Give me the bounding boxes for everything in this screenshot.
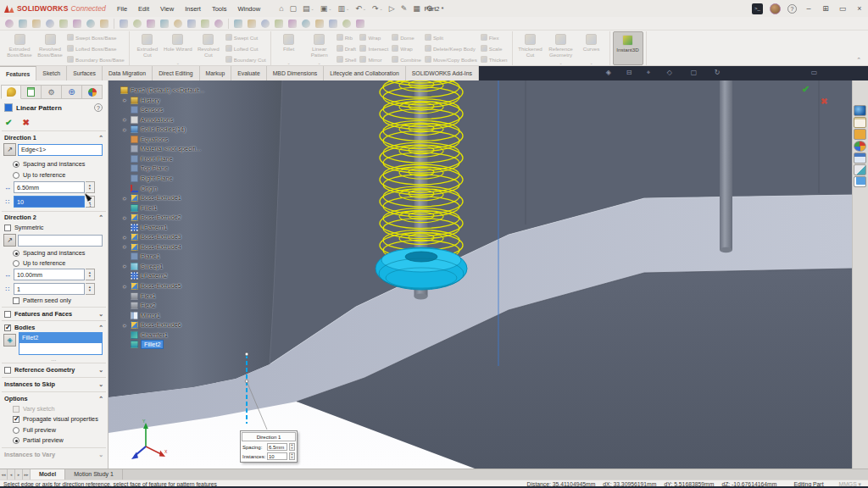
toolbar-icon[interactable] [19,19,27,28]
ribbon-button-combine[interactable]: Combine [392,54,421,64]
chevron-up-icon[interactable]: ⌃ [98,396,103,402]
tree-item-fillet1[interactable]: Fillet1 [112,203,157,213]
ribbon-button-linear-pattern[interactable]: Linear Pattern⌄ [304,31,335,65]
tab-cam[interactable] [82,85,103,99]
toolbar-icon[interactable] [234,19,242,28]
tab-dimxpert[interactable]: ⚙ [42,85,62,99]
tree-item-history[interactable]: ▸History [112,96,160,105]
menu-insert[interactable]: Insert [185,5,201,13]
tree-item-boss-extrude2[interactable]: ▸Boss-Extrude2 [112,213,181,222]
tab-scroll-last-icon[interactable]: ▸▸ [23,469,31,480]
catalog-icon[interactable] [854,129,866,140]
radio-icon[interactable] [13,427,19,434]
save-icon[interactable]: ▣⌄ [320,4,332,13]
spinner-icon[interactable]: ▴▾ [289,443,295,451]
ok-button[interactable]: ✔ [5,118,12,127]
model-tab-motion-study-1[interactable]: Motion Study 1 [65,469,123,480]
chevron-down-icon[interactable]: ⌄ [98,381,103,388]
hide-show-icon[interactable]: ▢ [691,69,698,76]
appearance-icon[interactable]: ▭ [811,69,818,76]
section-options[interactable]: Options⌃ [0,395,108,402]
spinner-icon[interactable]: ▴▾ [289,452,295,460]
tree-item-equations[interactable]: Equations [112,135,168,144]
tree-item-sweep1[interactable]: ▸Sweep1 [112,262,163,271]
tab-scroll-right-icon[interactable]: ▸ [15,469,23,480]
toolbar-icon[interactable] [342,19,351,28]
tree-item-chamfer1[interactable]: Chamfer1 [112,330,168,340]
chevron-up-icon[interactable]: ⌃ [98,135,103,141]
tree-item-plane1[interactable]: Plane1 [112,252,160,261]
list-resize-grip[interactable]: ⋯ [51,357,56,363]
home-icon[interactable]: ⌂ [279,4,283,13]
chevron-up-icon[interactable]: ⌃ [98,324,103,331]
tree-item-fillet2[interactable]: Fillet2 [112,340,164,349]
toolbar-icon[interactable] [147,19,155,28]
ribbon-button-fillet[interactable]: Fillet⌄ [274,31,304,65]
ribbon-button-lofted-cut[interactable]: Lofted Cut [225,43,266,53]
toolbar-icon[interactable] [100,19,108,28]
undo-icon[interactable]: ↶⌄ [355,4,366,13]
toolbar-icon[interactable] [187,19,196,28]
ribbon-button-instant3d[interactable]: Instant3D [613,31,643,65]
checkbox-icon[interactable] [13,297,19,304]
tree-item-front-plane[interactable]: Front Plane [112,154,173,164]
tab-property-manager[interactable] [1,85,21,99]
toolbar-icon[interactable] [261,19,270,28]
restore-button[interactable]: ▭ [837,4,848,13]
help-icon[interactable]: ? [787,4,797,14]
ribbon-button-mirror[interactable]: Mirror [359,54,388,64]
toolbar-icon[interactable] [288,19,297,28]
tab-markup[interactable]: Markup [200,66,232,80]
checkbox-icon[interactable] [4,225,11,231]
toolbar-icon[interactable] [329,19,337,28]
tree-item-sensors[interactable]: Sensors [112,105,164,114]
menu-edit[interactable]: Edit [138,5,149,13]
ribbon-button-draft[interactable]: Draft [337,43,357,53]
bodies-list[interactable]: Fillet2 [19,332,103,355]
checkbox-icon[interactable] [4,324,11,331]
tree-item-mirror1[interactable]: Mirror1 [112,311,160,320]
open-icon[interactable]: ▤⌄ [303,4,314,13]
ribbon-button-move-copy-bodies[interactable]: Move/Copy Bodies [425,54,477,64]
tab-surfaces[interactable]: Surfaces [67,66,103,80]
tab-features[interactable]: Features [0,66,36,80]
section-instances-to-skip[interactable]: Instances to Skip⌄ [0,380,108,388]
spacing-spinner[interactable]: ▴▾ [86,269,95,280]
ribbon-collapse-icon[interactable]: ⌃ [856,57,861,64]
ribbon-button-lofted-boss-base[interactable]: Lofted Boss/Base [67,43,125,53]
close-button[interactable]: × [854,4,865,13]
3dexperience-icon[interactable] [854,105,866,116]
direction-reference-icon[interactable]: ↗ [3,143,16,156]
chevron-up-icon[interactable]: ⌃ [98,214,103,221]
menu-tools[interactable]: Tools [212,5,227,13]
section-reference-geometry[interactable]: Reference Geometry⌄ [0,366,108,374]
zoom-fit-icon[interactable]: ◈ [606,69,611,76]
radio-icon[interactable] [13,260,19,267]
toolbar-icon[interactable] [275,19,283,28]
direction2-reference-field[interactable] [18,235,103,247]
radio-icon[interactable] [13,161,19,168]
tab-scroll-left-icon[interactable]: ◂ [8,469,15,480]
menu-window[interactable]: Window [237,5,260,13]
right-rod[interactable] [720,80,732,252]
model-icon[interactable] [854,164,866,175]
checkbox-icon[interactable] [4,367,11,374]
ribbon-button-split[interactable]: Split [425,32,477,42]
tab-display-manager[interactable]: ⊕ [62,85,82,99]
toolbar-icon[interactable] [174,19,182,28]
toolbar-icon[interactable] [214,19,223,28]
user-avatar[interactable] [770,3,781,14]
tree-item-right-plane[interactable]: Right Plane [112,174,173,183]
tree-item-material-not-specifi[interactable]: Material <not specifi... [112,144,201,153]
tree-item-boss-extrude1[interactable]: ▸Boss-Extrude1 [112,193,181,202]
ribbon-button-curves[interactable]: Curves⌄ [576,31,607,65]
cancel-button[interactable]: ✖ [22,118,29,127]
toolbar-icon[interactable] [248,19,256,28]
checkbox-icon[interactable] [13,416,19,423]
seed-body-fillet2[interactable] [376,247,467,290]
tree-item-annotations[interactable]: ▸Annotations [112,115,174,125]
tree-item-top-plane[interactable]: Top Plane [112,164,168,173]
tree-item-flex1[interactable]: Flex1 [112,291,156,301]
ribbon-button-swept-cut[interactable]: Swept Cut [225,32,266,42]
radio-icon[interactable] [13,172,19,179]
